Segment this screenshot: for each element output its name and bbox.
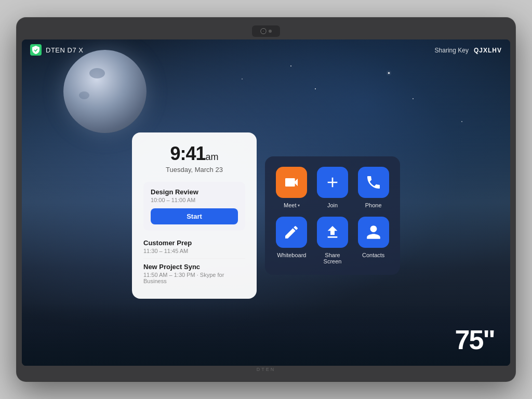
share-screen-icon-bg (317, 217, 348, 248)
join-label: Join (327, 202, 338, 208)
sharing-key-value: QJXLHV (474, 47, 502, 54)
whiteboard-label: Whiteboard (277, 252, 306, 258)
monitor: DTEN D7 X Sharing Key QJXLHV 9:41am Tues… (17, 18, 515, 381)
event-card-featured: Design Review 10:00 – 11:00 AM Start (143, 182, 245, 231)
camera-unit (252, 25, 280, 37)
phone-button[interactable]: Phone (357, 167, 390, 208)
brand-name: DTEN D7 X (46, 46, 83, 54)
join-icon-bg (317, 167, 348, 198)
action-panel: Meet ▾ Join (265, 156, 400, 275)
clock-time: 9:41am (143, 143, 245, 165)
video-icon (283, 174, 300, 191)
phone-icon (365, 174, 382, 191)
screen: DTEN D7 X Sharing Key QJXLHV 9:41am Tues… (22, 39, 510, 366)
sharing-key-label: Sharing Key QJXLHV (435, 47, 502, 54)
content-area: 9:41am Tuesday, March 23 Design Review 1… (22, 65, 510, 366)
event-time: 11:50 AM – 1:30 PM · Skype for Business (143, 272, 245, 284)
chevron-down-icon: ▾ (298, 203, 300, 208)
contacts-label: Contacts (362, 252, 384, 258)
meet-button[interactable]: Meet ▾ (275, 167, 308, 208)
camera-indicator (269, 30, 272, 33)
share-screen-label: Share Screen (316, 252, 349, 264)
event-time: 11:30 – 11:45 AM (143, 248, 245, 254)
bottom-brand: DTEN (257, 367, 276, 372)
phone-label: Phone (365, 202, 382, 208)
event-title: New Project Sync (143, 263, 245, 271)
meet-icon-bg (276, 167, 307, 198)
whiteboard-button[interactable]: Whiteboard (275, 217, 308, 264)
time-display: 9:41 (170, 143, 205, 164)
join-button[interactable]: Join (316, 167, 349, 208)
camera-lens (260, 28, 267, 34)
event-item: New Project Sync 11:50 AM – 1:30 PM · Sk… (143, 259, 245, 288)
contacts-button[interactable]: Contacts (357, 217, 390, 264)
plus-icon (324, 174, 341, 191)
top-bar: DTEN D7 X Sharing Key QJXLHV (22, 39, 510, 60)
shield-svg (32, 46, 39, 54)
contacts-icon-bg (358, 217, 389, 248)
event-title: Customer Prep (143, 239, 245, 247)
bottom-bezel: DTEN (257, 366, 276, 373)
meet-label: Meet ▾ (284, 202, 299, 208)
clock-panel: 9:41am Tuesday, March 23 Design Review 1… (132, 132, 257, 299)
upload-icon (324, 224, 341, 241)
time-ampm: am (206, 152, 219, 162)
top-bezel (22, 23, 510, 39)
event-item: Customer Prep 11:30 – 11:45 AM (143, 235, 245, 259)
share-screen-button[interactable]: Share Screen (316, 217, 349, 264)
sharing-key-area: Sharing Key QJXLHV (435, 45, 502, 55)
phone-icon-bg (358, 167, 389, 198)
start-button[interactable]: Start (151, 208, 238, 224)
shield-icon (30, 44, 42, 56)
event-title: Design Review (151, 188, 238, 196)
pencil-icon (283, 224, 300, 241)
person-icon (365, 224, 382, 241)
whiteboard-icon-bg (276, 217, 307, 248)
clock-date: Tuesday, March 23 (143, 166, 245, 174)
event-time: 10:00 – 11:00 AM (151, 197, 238, 203)
brand-logo: DTEN D7 X (30, 44, 83, 56)
size-label: 75" (455, 324, 495, 355)
